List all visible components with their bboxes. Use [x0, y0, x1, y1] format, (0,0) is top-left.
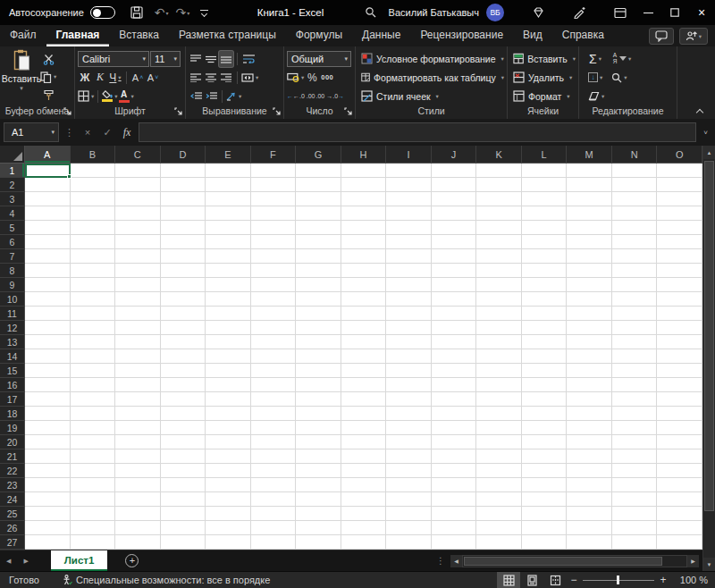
cell-D6[interactable] — [161, 235, 206, 249]
cell-B26[interactable] — [71, 521, 116, 535]
cell-D19[interactable] — [161, 421, 206, 435]
borders-button[interactable] — [78, 88, 94, 105]
cell-J18[interactable] — [432, 407, 477, 421]
autosave-toggle[interactable] — [90, 6, 115, 19]
cell-F9[interactable] — [251, 278, 297, 292]
cell-M5[interactable] — [567, 221, 612, 235]
dialog-launcher-icon[interactable] — [273, 107, 281, 115]
cell-K7[interactable] — [476, 249, 522, 264]
cell-N22[interactable] — [612, 464, 658, 478]
cell-C13[interactable] — [115, 335, 161, 349]
cell-B9[interactable] — [71, 278, 116, 292]
cell-C24[interactable] — [115, 492, 161, 507]
cell-L15[interactable] — [522, 364, 568, 378]
cell-D10[interactable] — [161, 292, 206, 307]
cell-J13[interactable] — [432, 335, 477, 349]
cell-D18[interactable] — [161, 407, 206, 421]
tab-Разметка страницы[interactable]: Разметка страницы — [169, 25, 286, 46]
cell-F15[interactable] — [251, 364, 297, 378]
cell-I3[interactable] — [386, 192, 432, 206]
cell-C3[interactable] — [115, 192, 161, 206]
cell-B17[interactable] — [71, 392, 116, 407]
cell-B2[interactable] — [71, 178, 116, 192]
cell-N13[interactable] — [612, 335, 658, 349]
align-top-button[interactable] — [189, 51, 203, 67]
cell-H23[interactable] — [341, 478, 387, 492]
row-header-12[interactable]: 12 — [0, 321, 25, 335]
zoom-in-button[interactable]: + — [656, 574, 670, 586]
cell-E4[interactable] — [206, 206, 251, 221]
sort-filter-button[interactable]: АЯ — [611, 51, 631, 67]
cell-A11[interactable] — [25, 307, 71, 321]
cell-J20[interactable] — [432, 435, 477, 449]
cell-B11[interactable] — [71, 307, 116, 321]
cell-G25[interactable] — [296, 507, 341, 521]
column-header-G[interactable]: G — [296, 146, 341, 164]
cell-N8[interactable] — [612, 264, 658, 278]
cell-O18[interactable] — [657, 407, 702, 421]
cell-D11[interactable] — [161, 307, 206, 321]
cell-N21[interactable] — [612, 449, 658, 464]
cell-M1[interactable] — [567, 164, 612, 178]
cell-A16[interactable] — [25, 378, 71, 392]
align-middle-button[interactable] — [204, 51, 218, 67]
cell-B24[interactable] — [71, 492, 116, 507]
cell-M20[interactable] — [567, 435, 612, 449]
cell-O1[interactable] — [657, 164, 702, 178]
cell-J21[interactable] — [432, 449, 477, 464]
zoom-slider[interactable] — [583, 574, 654, 586]
cell-E8[interactable] — [206, 264, 251, 278]
cell-C1[interactable] — [115, 164, 161, 178]
vertical-scrollbar[interactable]: ▲ ▼ — [702, 146, 715, 571]
insert-function-button[interactable]: fx — [119, 126, 135, 139]
row-header-7[interactable]: 7 — [0, 249, 25, 264]
cell-N26[interactable] — [612, 521, 658, 535]
cell-G20[interactable] — [296, 435, 341, 449]
undo-button[interactable]: ↶▾ — [155, 4, 169, 21]
cell-O23[interactable] — [657, 478, 702, 492]
cell-O16[interactable] — [657, 378, 702, 392]
cell-A18[interactable] — [25, 407, 71, 421]
cell-D23[interactable] — [161, 478, 206, 492]
cell-N17[interactable] — [612, 392, 658, 407]
cell-I9[interactable] — [386, 278, 432, 292]
user-name[interactable]: Василий Батькавыч — [389, 7, 479, 18]
cell-D2[interactable] — [161, 178, 206, 192]
cell-A24[interactable] — [25, 492, 71, 507]
cell-I21[interactable] — [386, 449, 432, 464]
cell-K14[interactable] — [476, 349, 522, 364]
cell-D13[interactable] — [161, 335, 206, 349]
font-name-select[interactable]: Calibri — [78, 51, 149, 67]
cell-E10[interactable] — [206, 292, 251, 307]
cell-K4[interactable] — [476, 206, 522, 221]
cell-K13[interactable] — [476, 335, 522, 349]
cell-F26[interactable] — [251, 521, 297, 535]
cell-I20[interactable] — [386, 435, 432, 449]
format-as-table-button[interactable]: Форматировать как таблицу — [361, 68, 504, 87]
decrease-indent-button[interactable] — [189, 88, 203, 105]
row-header-21[interactable]: 21 — [0, 449, 25, 464]
cell-C17[interactable] — [115, 392, 161, 407]
cell-C8[interactable] — [115, 264, 161, 278]
cell-C26[interactable] — [115, 521, 161, 535]
cell-L24[interactable] — [522, 492, 568, 507]
cell-H21[interactable] — [341, 449, 387, 464]
column-header-F[interactable]: F — [251, 146, 297, 164]
cell-N24[interactable] — [612, 492, 658, 507]
cell-M7[interactable] — [567, 249, 612, 264]
autosum-button[interactable]: Σ — [588, 51, 602, 67]
format-cells-button[interactable]: Формат — [513, 87, 576, 105]
cell-K16[interactable] — [476, 378, 522, 392]
align-right-button[interactable] — [219, 70, 233, 86]
scroll-up-button[interactable]: ▲ — [703, 146, 715, 159]
cell-B10[interactable] — [71, 292, 116, 307]
paste-button[interactable]: Вставить ▾ — [3, 49, 40, 105]
cell-M6[interactable] — [567, 235, 612, 249]
align-bottom-button[interactable] — [219, 51, 233, 67]
cell-B20[interactable] — [71, 435, 116, 449]
cell-B12[interactable] — [71, 321, 116, 335]
cell-K20[interactable] — [476, 435, 522, 449]
ribbon-display-options-button[interactable] — [611, 4, 629, 21]
cell-K18[interactable] — [476, 407, 522, 421]
row-header-9[interactable]: 9 — [0, 278, 25, 292]
